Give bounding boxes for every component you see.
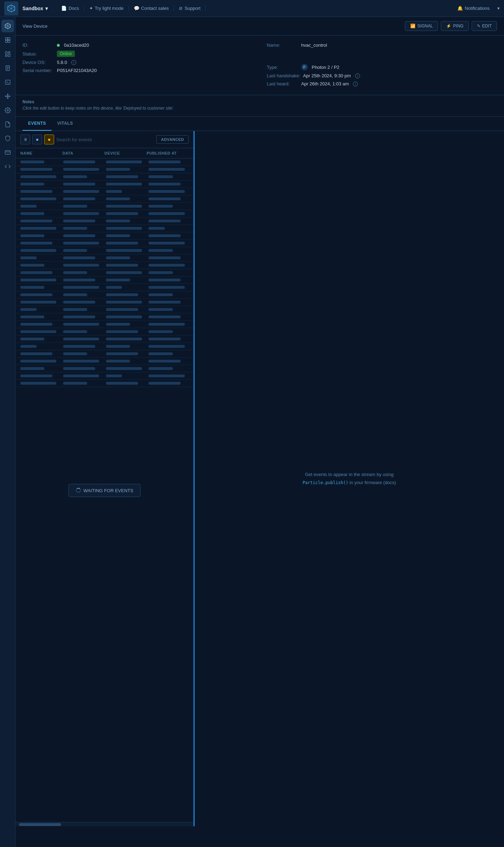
horizontal-scrollbar[interactable] (15, 822, 194, 826)
docs-link[interactable]: 📄 Docs (56, 6, 84, 11)
table-row[interactable] (15, 225, 194, 232)
particle-logo[interactable] (4, 1, 18, 15)
tabs-bar: EVENTS VITALS (15, 117, 504, 131)
topnav-links: 📄 Docs ✦ Try light mode 💬 Contact sales … (56, 6, 495, 11)
table-row[interactable] (15, 269, 194, 276)
notes-title: Notes (22, 99, 497, 104)
table-row[interactable] (15, 313, 194, 321)
table-row[interactable] (15, 284, 194, 291)
edit-button[interactable]: ✎ EDIT (472, 21, 497, 31)
col-device: DEVICE (105, 151, 147, 155)
table-body: WAITING FOR EVENTS (15, 158, 194, 822)
docs-icon: 📄 (61, 6, 67, 11)
sidebar-item-dashboard[interactable] (1, 48, 14, 60)
table-row[interactable] (15, 350, 194, 358)
sidebar-item-security[interactable] (1, 132, 14, 145)
table-row[interactable] (15, 158, 194, 166)
main-content: View Device 📶 SIGNAL ⚡ PING ✎ EDIT ID: (15, 17, 504, 847)
os-info-icon[interactable]: i (71, 60, 76, 65)
table-row[interactable] (15, 343, 194, 350)
device-id-row: ID: 0a10aced20 (22, 43, 253, 48)
tab-events[interactable]: EVENTS (22, 117, 52, 131)
svg-point-26 (7, 98, 8, 99)
advanced-button[interactable]: ADVANCED (156, 135, 189, 144)
table-row[interactable] (15, 372, 194, 380)
table-row[interactable] (15, 335, 194, 343)
table-row[interactable] (15, 306, 194, 313)
sidebar-item-billing[interactable] (1, 146, 14, 159)
signal-icon: 📶 (410, 24, 415, 28)
table-row[interactable] (15, 210, 194, 217)
table-row[interactable] (15, 262, 194, 269)
scroll-thumb[interactable] (19, 823, 61, 826)
support-link[interactable]: ⊘ Support (174, 6, 206, 11)
stop-button[interactable]: ■ (32, 135, 42, 144)
svg-point-27 (7, 96, 8, 97)
contact-sales-link[interactable]: 💬 Contact sales (129, 6, 174, 11)
events-detail-text: Get events to appear in the stream by us… (303, 471, 396, 486)
sandbox-dropdown-icon: ▾ (45, 6, 48, 11)
last-heard-info-icon[interactable]: i (353, 82, 358, 86)
device-os-row: Device OS: 5.8.0 i (22, 60, 253, 65)
table-row[interactable] (15, 254, 194, 262)
search-input[interactable] (56, 136, 154, 144)
sidebar-item-settings[interactable] (1, 104, 14, 117)
table-row[interactable] (15, 173, 194, 181)
table-row[interactable] (15, 247, 194, 254)
last-heard-value: Apr 26th 2024, 1:03 am (301, 81, 349, 86)
device-id-value: 0a10aced20 (64, 43, 89, 48)
stop-icon: ■ (36, 137, 39, 142)
waiting-spinner (76, 488, 81, 493)
signal-button[interactable]: 📶 SIGNAL (405, 21, 438, 31)
device-serial-value: P051AF321043A20 (57, 68, 97, 73)
sidebar-item-reports[interactable] (1, 62, 14, 74)
handshake-info-icon[interactable]: i (355, 73, 360, 78)
sidebar-item-mesh[interactable] (1, 90, 14, 103)
topnav-more-dropdown[interactable]: ▾ (497, 6, 500, 11)
ping-icon: ⚡ (446, 24, 451, 28)
events-layout: ⏸ ■ ■ ADVANCED NAME DATA DEVICE PUBLISHE… (15, 131, 504, 826)
svg-point-25 (9, 96, 10, 97)
device-info: ID: 0a10aced20 Status: Online Device OS:… (15, 35, 504, 95)
events-detail-panel: Get events to appear in the stream by us… (195, 131, 504, 826)
table-row[interactable] (15, 203, 194, 210)
table-row[interactable] (15, 328, 194, 335)
pause-button[interactable]: ⏸ (20, 135, 30, 144)
sidebar-item-api[interactable] (1, 160, 14, 173)
topnav: Sandbox ▾ 📄 Docs ✦ Try light mode 💬 Cont… (0, 0, 504, 17)
pause-icon: ⏸ (24, 137, 27, 142)
table-row[interactable] (15, 358, 194, 365)
contact-icon: 💬 (134, 6, 139, 11)
publish-code: Particle.publish() (303, 480, 348, 485)
notifications-link[interactable]: 🔔 Notifications (452, 6, 495, 11)
ping-button[interactable]: ⚡ PING (441, 21, 469, 31)
table-row[interactable] (15, 365, 194, 372)
sidebar-item-home[interactable] (1, 20, 14, 32)
table-row[interactable] (15, 276, 194, 284)
table-row[interactable] (15, 195, 194, 203)
sidebar-item-console[interactable] (1, 76, 14, 89)
table-header: NAME DATA DEVICE PUBLISHED AT (15, 148, 194, 158)
sidebar-item-documents[interactable] (1, 118, 14, 131)
online-dot (57, 44, 60, 47)
sandbox-selector[interactable]: Sandbox ▾ (22, 6, 48, 11)
device-serial-row: Serial number: P051AF321043A20 (22, 68, 253, 73)
table-row[interactable] (15, 232, 194, 240)
table-row[interactable] (15, 188, 194, 195)
device-type-row: Type: P Photon 2 / P2 (267, 64, 497, 70)
notes-text: Click the edit button to keep notes on t… (22, 106, 497, 111)
sidebar-item-products[interactable] (1, 34, 14, 46)
table-row[interactable] (15, 291, 194, 299)
bookmark-button[interactable]: ■ (44, 135, 54, 144)
photon-badge: P (301, 64, 308, 70)
table-row[interactable] (15, 181, 194, 188)
table-row[interactable] (15, 166, 194, 173)
table-row[interactable] (15, 240, 194, 247)
svg-point-23 (5, 96, 6, 97)
table-row[interactable] (15, 299, 194, 306)
try-light-mode-link[interactable]: ✦ Try light mode (84, 6, 129, 11)
tab-vitals[interactable]: VITALS (52, 117, 79, 131)
table-row[interactable] (15, 217, 194, 225)
table-row[interactable] (15, 321, 194, 328)
table-row[interactable] (15, 380, 194, 387)
